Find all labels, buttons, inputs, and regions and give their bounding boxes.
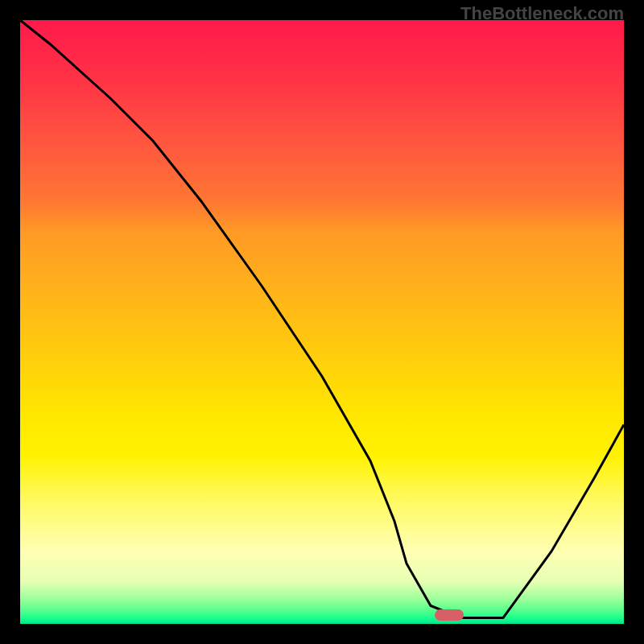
- plot-gradient-background: [20, 20, 624, 624]
- optimal-marker: [435, 609, 464, 621]
- chart-container: TheBottleneck.com: [0, 0, 644, 644]
